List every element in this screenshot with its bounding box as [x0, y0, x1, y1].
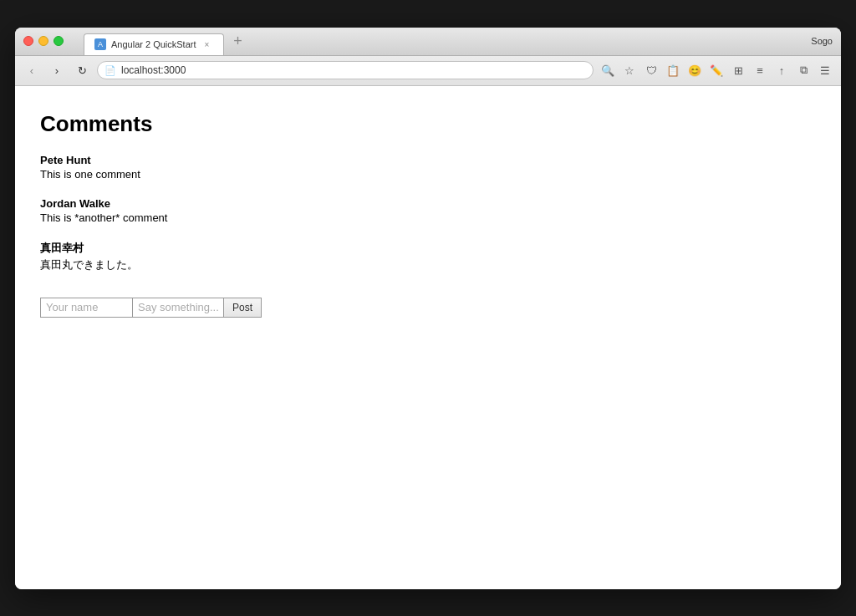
- extensions-icon[interactable]: ⧉: [794, 61, 813, 79]
- search-icon[interactable]: 🔍: [599, 61, 617, 79]
- tab-favicon: A: [94, 38, 106, 50]
- tab-close-icon[interactable]: ×: [201, 38, 213, 50]
- maximize-button[interactable]: [54, 36, 64, 46]
- menu-icon[interactable]: ☰: [816, 61, 834, 79]
- page-content: Comments Pete Hunt This is one comment J…: [15, 86, 841, 589]
- active-tab[interactable]: A Angular 2 QuickStart ×: [84, 33, 224, 55]
- emoji-icon[interactable]: 😊: [685, 61, 704, 79]
- tab-bar: A Angular 2 QuickStart × +: [84, 28, 249, 55]
- comments-section: Comments Pete Hunt This is one comment J…: [40, 103, 816, 326]
- comment-author-1: Pete Hunt: [40, 154, 816, 166]
- comment-text-1: This is one comment: [40, 168, 816, 181]
- comment-input[interactable]: [132, 298, 224, 318]
- comment-form: Post: [40, 298, 816, 318]
- profile-button[interactable]: Sogo: [811, 36, 833, 46]
- annotate-icon[interactable]: ✏️: [707, 61, 726, 79]
- forward-button[interactable]: ›: [47, 60, 67, 80]
- tab-title: Angular 2 QuickStart: [111, 39, 196, 49]
- url-bar[interactable]: 📄 localhost:3000: [97, 61, 594, 79]
- back-icon: ‹: [30, 64, 33, 77]
- toolbar-icons: 🔍 ☆ 🛡 📋 😊 ✏️ ⊞ ≡ ↑ ⧉ ☰: [599, 61, 834, 79]
- reload-button[interactable]: ↻: [72, 60, 92, 80]
- forward-icon: ›: [55, 64, 59, 77]
- readinglist-icon[interactable]: 📋: [664, 61, 682, 79]
- comment-author-2: Jordan Walke: [40, 197, 816, 210]
- sidepanel-icon[interactable]: ⊞: [729, 61, 747, 79]
- post-button[interactable]: Post: [224, 298, 262, 318]
- minimize-button[interactable]: [38, 36, 48, 46]
- address-bar: ‹ › ↻ 📄 localhost:3000 🔍 ☆ 🛡 📋 😊 ✏️ ⊞ ≡ …: [15, 56, 841, 86]
- comment-3: 真田幸村 真田丸できました。: [40, 241, 816, 272]
- bookmark-icon[interactable]: ☆: [620, 61, 639, 79]
- shield-icon[interactable]: 🛡: [642, 61, 660, 79]
- comment-text-3: 真田丸できました。: [40, 257, 816, 272]
- name-input[interactable]: [40, 298, 132, 318]
- page-icon: 📄: [104, 65, 116, 76]
- new-tab-button[interactable]: +: [227, 30, 249, 52]
- title-bar: A Angular 2 QuickStart × + Sogo: [15, 28, 841, 56]
- traffic-lights: [23, 36, 64, 46]
- comment-1: Pete Hunt This is one comment: [40, 154, 816, 181]
- share-icon[interactable]: ↑: [772, 61, 791, 79]
- browser-window: A Angular 2 QuickStart × + Sogo ‹ › ↻ 📄 …: [15, 28, 841, 589]
- close-button[interactable]: [23, 36, 33, 46]
- comment-author-3: 真田幸村: [40, 241, 816, 256]
- back-button[interactable]: ‹: [22, 60, 42, 80]
- comment-2: Jordan Walke This is *another* comment: [40, 197, 816, 224]
- reload-icon: ↻: [78, 64, 87, 77]
- comment-text-2: This is *another* comment: [40, 211, 816, 224]
- url-text: localhost:3000: [121, 64, 186, 76]
- page-heading: Comments: [40, 111, 816, 137]
- reader-icon[interactable]: ≡: [751, 61, 769, 79]
